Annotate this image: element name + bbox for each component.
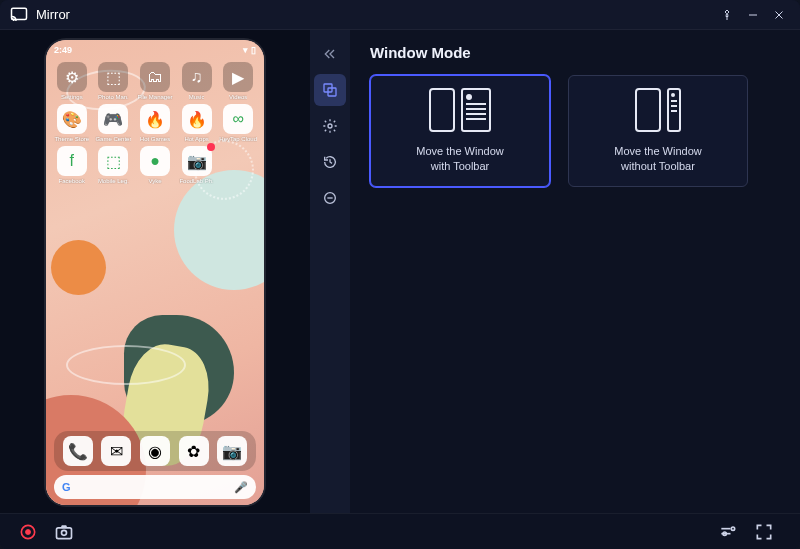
app-body: 2:49 ▾ ▯ ⚙Settings⬚Photo Man.🗂File Manag… (0, 30, 800, 513)
phone-app-label: FoodLab Ph. (179, 178, 213, 184)
app-logo: Mirror (10, 6, 70, 24)
phone-app-item[interactable]: ∞HeyTap Cloud (218, 104, 258, 142)
phone-app-item[interactable]: fFacebook (52, 146, 92, 184)
with-toolbar-illustration (429, 88, 491, 132)
window-mode-cards: Move the Windowwith Toolbar Move the Win… (370, 75, 780, 187)
sidebar-collapse-button[interactable] (314, 38, 346, 70)
mirrored-phone[interactable]: 2:49 ▾ ▯ ⚙Settings⬚Photo Man.🗂File Manag… (46, 40, 264, 505)
cast-icon (10, 6, 28, 24)
phone-app-item[interactable]: ●Vyke (135, 146, 175, 184)
dock-messages-icon[interactable]: ✉ (101, 436, 131, 466)
phone-app-label: Hot Games (140, 136, 170, 142)
record-icon (18, 522, 38, 542)
phone-search-bar[interactable]: G 🎤 (54, 475, 256, 499)
google-g-icon: G (62, 481, 71, 493)
sidebar-settings-button[interactable] (314, 110, 346, 142)
phone-app-icon: ▶ (223, 62, 253, 92)
svg-point-15 (731, 527, 734, 530)
chevron-double-left-icon (322, 46, 338, 62)
dock-chrome-icon[interactable]: ◉ (140, 436, 170, 466)
sidebar-power-button[interactable] (314, 182, 346, 214)
phone-app-icon: 📷 (182, 146, 212, 176)
phone-app-label: Game Center (95, 136, 131, 142)
dock-phone-icon[interactable]: 📞 (63, 436, 93, 466)
dock-camera-icon[interactable]: 📷 (217, 436, 247, 466)
pin-button[interactable] (716, 4, 738, 26)
svg-rect-11 (57, 527, 72, 538)
phone-app-icon: 🗂 (140, 62, 170, 92)
camera-icon (54, 522, 74, 542)
phone-app-icon: 🔥 (182, 104, 212, 134)
phone-app-item[interactable]: ♫Music (177, 62, 217, 100)
fullscreen-button[interactable] (750, 518, 778, 546)
phone-app-icon: 🎮 (98, 104, 128, 134)
phone-app-item[interactable]: ⬚Photo Man. (94, 62, 134, 100)
card-label: Move the Windowwith Toolbar (416, 144, 503, 174)
phone-app-icon: ⚙ (57, 62, 87, 92)
list-toggle-icon (718, 522, 738, 542)
close-button[interactable] (768, 4, 790, 26)
phone-app-icon: ● (140, 146, 170, 176)
phone-app-item[interactable]: ▶Videos (218, 62, 258, 100)
svg-rect-0 (12, 8, 27, 19)
phone-dock: 📞✉◉✿📷 (54, 431, 256, 471)
history-icon (322, 154, 338, 170)
phone-clock: 2:49 (54, 45, 72, 55)
minimize-button[interactable] (742, 4, 764, 26)
phone-app-grid: ⚙Settings⬚Photo Man.🗂File Manager♫Music▶… (46, 58, 264, 184)
phone-app-label: Mobile Leg. (98, 178, 129, 184)
phone-app-item[interactable]: 🔥Hot Games (135, 104, 175, 142)
record-button[interactable] (14, 518, 42, 546)
phone-status-icons: ▾ ▯ (243, 45, 256, 55)
phone-app-label: File Manager (137, 94, 172, 100)
side-toolbar (310, 30, 350, 513)
phone-app-label: Music (189, 94, 205, 100)
phone-app-item[interactable]: 🗂File Manager (135, 62, 175, 100)
sidebar-windows-button[interactable] (314, 74, 346, 106)
phone-app-item[interactable]: ⚙Settings (52, 62, 92, 100)
phone-app-icon: 🔥 (140, 104, 170, 134)
phone-app-icon: f (57, 146, 87, 176)
pin-icon (721, 9, 733, 21)
panel-title: Window Mode (370, 44, 780, 61)
without-toolbar-illustration (635, 88, 681, 132)
phone-app-icon: ∞ (223, 104, 253, 134)
dock-gallery-icon[interactable]: ✿ (179, 436, 209, 466)
window-mode-without-toolbar[interactable]: Move the Windowwithout Toolbar (568, 75, 748, 187)
app-title: Mirror (36, 7, 70, 22)
close-icon (773, 9, 785, 21)
phone-app-icon: ⬚ (98, 146, 128, 176)
phone-app-label: Facebook (59, 178, 85, 184)
phone-status-bar: 2:49 ▾ ▯ (46, 40, 264, 58)
phone-app-icon: 🎨 (57, 104, 87, 134)
phone-app-label: Settings (61, 94, 83, 100)
fullscreen-icon (754, 522, 774, 542)
svg-point-12 (62, 530, 67, 535)
phone-app-item[interactable]: 🎨Theme Store (52, 104, 92, 142)
windows-icon (322, 82, 338, 98)
phone-app-icon: ♫ (182, 62, 212, 92)
gear-icon (322, 118, 338, 134)
mirror-panel: 2:49 ▾ ▯ ⚙Settings⬚Photo Man.🗂File Manag… (0, 30, 310, 513)
minimize-icon (747, 9, 759, 21)
phone-app-label: Photo Man. (98, 94, 129, 100)
power-icon (322, 190, 338, 206)
list-toggle-button[interactable] (714, 518, 742, 546)
phone-app-label: Videos (229, 94, 247, 100)
bottom-toolbar (0, 513, 800, 549)
screenshot-button[interactable] (50, 518, 78, 546)
phone-app-item[interactable]: 🔥Hot Apps (177, 104, 217, 142)
phone-app-item[interactable]: 🎮Game Center (94, 104, 134, 142)
phone-app-label: Vyke (148, 178, 161, 184)
sidebar-history-button[interactable] (314, 146, 346, 178)
settings-panel: Window Mode Move the Windowwith Toolbar (350, 30, 800, 513)
window-mode-with-toolbar[interactable]: Move the Windowwith Toolbar (370, 75, 550, 187)
app-window: Mirror 2:49 (0, 0, 800, 549)
mic-icon: 🎤 (234, 481, 248, 494)
title-bar: Mirror (0, 0, 800, 30)
phone-app-item[interactable]: ⬚Mobile Leg. (94, 146, 134, 184)
svg-point-6 (328, 124, 332, 128)
phone-app-item[interactable]: 📷FoodLab Ph. (177, 146, 217, 184)
card-label: Move the Windowwithout Toolbar (614, 144, 701, 174)
svg-point-10 (26, 529, 31, 534)
